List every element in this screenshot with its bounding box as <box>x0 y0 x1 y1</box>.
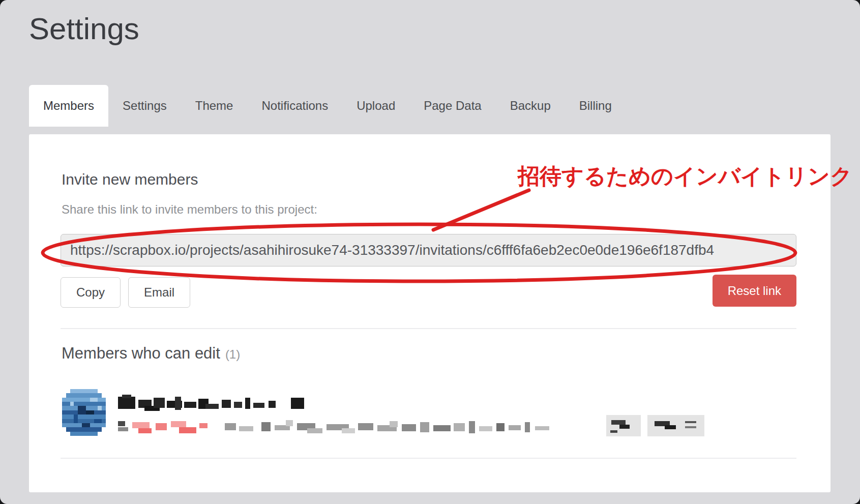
tab-page-data[interactable]: Page Data <box>409 85 495 127</box>
redacted-member-badge <box>606 415 641 436</box>
members-heading-label: Members who can edit <box>62 344 220 362</box>
settings-page: Settings Members Settings Theme Notifica… <box>0 0 860 504</box>
reset-link-button[interactable]: Reset link <box>713 275 796 307</box>
member-avatar <box>62 389 106 436</box>
invite-description: Share this link to invite members to thi… <box>62 202 317 217</box>
tab-backup[interactable]: Backup <box>496 85 565 127</box>
redacted-member-badge <box>647 415 704 436</box>
tab-theme[interactable]: Theme <box>181 85 248 127</box>
page-title: Settings <box>29 11 139 46</box>
invite-section-heading: Invite new members <box>62 171 198 188</box>
annotation-label: 招待するためのインバイトリンク <box>518 162 852 191</box>
tab-settings[interactable]: Settings <box>108 85 181 127</box>
invite-actions: Copy Email <box>61 277 190 308</box>
settings-tabbar: Members Settings Theme Notifications Upl… <box>29 85 626 127</box>
redacted-member-details <box>118 418 555 436</box>
members-count-badge: (1) <box>225 347 240 361</box>
tab-billing[interactable]: Billing <box>565 85 626 127</box>
invite-link-input[interactable] <box>61 234 796 266</box>
tab-notifications[interactable]: Notifications <box>247 85 342 127</box>
members-section-heading: Members who can edit(1) <box>62 344 240 363</box>
tab-members[interactable]: Members <box>29 85 108 127</box>
section-divider <box>61 328 796 329</box>
copy-button[interactable]: Copy <box>61 277 121 308</box>
member-row-divider <box>61 458 796 459</box>
email-button[interactable]: Email <box>128 277 190 308</box>
tab-upload[interactable]: Upload <box>342 85 409 127</box>
redacted-member-name <box>118 395 305 412</box>
